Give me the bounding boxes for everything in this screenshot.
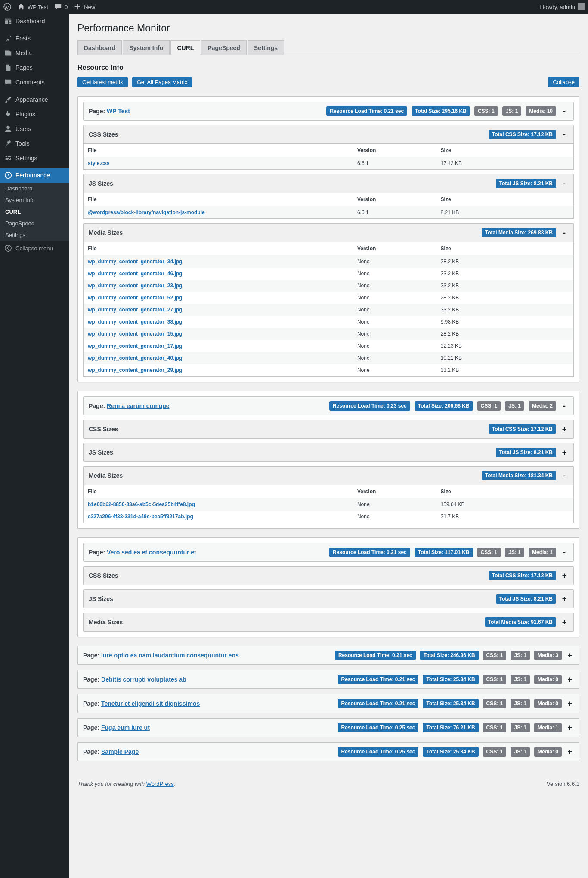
th-size: Size [436, 242, 574, 255]
collapse-all-button[interactable]: Collapse [548, 77, 579, 87]
page-link[interactable]: Debitis corrupti voluptates ab [101, 676, 186, 683]
table-row: style.css 6.6.1 17.12 KB [84, 157, 574, 170]
table-row: wp_dummy_content_generator_15.jpg None 2… [84, 328, 574, 340]
page-card: Page: Sample Page Resource Load Time: 0.… [77, 742, 579, 761]
file-link[interactable]: @wordpress/block-library/navigation-js-m… [88, 209, 205, 215]
page-link[interactable]: Vero sed ea et consequuntur et [107, 549, 196, 556]
brush-icon [4, 96, 12, 103]
section-title: JS Sizes [89, 449, 113, 456]
wordpress-link[interactable]: WordPress [146, 781, 174, 787]
info-badge: Total Size: 117.01 KB [415, 548, 473, 557]
toggle-button[interactable]: - [560, 548, 568, 557]
submenu-item-system-info[interactable]: System Info [0, 194, 69, 206]
file-link[interactable]: wp_dummy_content_generator_40.jpg [88, 355, 182, 361]
cell-version: 6.6.1 [353, 157, 436, 170]
file-link[interactable]: wp_dummy_content_generator_46.jpg [88, 271, 182, 277]
tab-curl[interactable]: CURL [170, 40, 200, 55]
toggle-button[interactable]: + [566, 675, 574, 684]
tab-settings[interactable]: Settings [248, 40, 284, 55]
menu-item-tools[interactable]: Tools [0, 136, 69, 151]
menu-item-posts[interactable]: Posts [0, 31, 69, 46]
account-link[interactable]: Howdy, admin [540, 3, 585, 10]
toggle-button[interactable]: - [560, 179, 568, 188]
menu-label: Plugins [15, 111, 35, 118]
cell-size: 32.23 KB [436, 340, 574, 352]
menu-item-comments[interactable]: Comments [0, 75, 69, 90]
page-link[interactable]: Iure optio ea nam laudantium consequuntu… [101, 652, 239, 659]
toggle-button[interactable]: + [560, 448, 568, 457]
file-link[interactable]: wp_dummy_content_generator_52.jpg [88, 295, 182, 301]
menu-item-performance[interactable]: Performance [0, 168, 69, 183]
comments-link[interactable]: 0 [54, 3, 68, 11]
info-badge: Total Size: 246.36 KB [420, 651, 479, 660]
file-link[interactable]: e327a296-4f33-331d-a49e-bea5ff3217ab.jpg [88, 514, 193, 520]
count-badge: Media: 3 [534, 651, 562, 660]
toggle-button[interactable]: + [560, 571, 568, 580]
page-link[interactable]: WP Test [107, 108, 130, 115]
page-link[interactable]: Sample Page [101, 748, 139, 755]
get-matrix-button[interactable]: Get All Pages Matrix [132, 77, 192, 87]
tab-pagespeed[interactable]: PageSpeed [201, 40, 246, 55]
file-link[interactable]: wp_dummy_content_generator_29.jpg [88, 367, 182, 373]
toggle-button[interactable]: + [566, 747, 574, 757]
submenu-item-dashboard[interactable]: Dashboard [0, 183, 69, 194]
toggle-button[interactable]: - [560, 130, 568, 139]
section-title: JS Sizes [89, 180, 113, 187]
file-link[interactable]: wp_dummy_content_generator_27.jpg [88, 307, 182, 313]
section-header: JS Sizes Total JS Size: 8.21 KB + [83, 443, 574, 462]
file-link[interactable]: b1e06b62-8850-33a6-ab5c-5dea25b4ffe8.jpg [88, 501, 195, 507]
info-badge: Resource Load Time: 0.25 sec [338, 747, 419, 757]
page-header: Page: Tenetur et eligendi sit dignissimo… [77, 694, 579, 713]
toggle-button[interactable]: + [560, 425, 568, 434]
menu-item-plugins[interactable]: Plugins [0, 107, 69, 121]
file-link[interactable]: wp_dummy_content_generator_15.jpg [88, 331, 182, 337]
resource-section: CSS Sizes Total CSS Size: 17.12 KB + [83, 566, 574, 585]
submenu-item-pagespeed[interactable]: PageSpeed [0, 218, 69, 229]
file-link[interactable]: style.css [88, 160, 110, 166]
toggle-button[interactable]: - [560, 228, 568, 237]
toggle-button[interactable]: - [560, 402, 568, 411]
toggle-button[interactable]: + [566, 723, 574, 732]
cell-version: None [353, 304, 436, 316]
menu-item-appearance[interactable]: Appearance [0, 92, 69, 107]
total-badge: Total CSS Size: 17.12 KB [489, 571, 556, 580]
menu-item-users[interactable]: Users [0, 121, 69, 136]
tab-dashboard[interactable]: Dashboard [77, 40, 122, 55]
main-content: Performance Monitor DashboardSystem Info… [69, 14, 588, 878]
file-link[interactable]: wp_dummy_content_generator_23.jpg [88, 283, 182, 289]
submenu-item-settings[interactable]: Settings [0, 229, 69, 241]
file-link[interactable]: wp_dummy_content_generator_38.jpg [88, 319, 182, 325]
collapse-menu-button[interactable]: Collapse menu [0, 241, 69, 255]
th-version: Version [353, 485, 436, 498]
toggle-button[interactable]: - [560, 107, 568, 116]
menu-item-pages[interactable]: Pages [0, 60, 69, 75]
new-content-link[interactable]: New [74, 3, 95, 11]
site-name-link[interactable]: WP Test [17, 3, 48, 11]
submenu-item-curl[interactable]: CURL [0, 206, 69, 218]
menu-item-media[interactable]: Media [0, 46, 69, 60]
count-badge: Media: 2 [529, 401, 556, 411]
menu-item-dashboard[interactable]: Dashboard [0, 14, 69, 28]
file-link[interactable]: wp_dummy_content_generator_17.jpg [88, 343, 182, 349]
toggle-button[interactable]: - [560, 471, 568, 480]
resource-section: Media Sizes Total Media Size: 269.83 KB … [83, 223, 574, 377]
table-row: @wordpress/block-library/navigation-js-m… [84, 206, 574, 219]
page-link[interactable]: Fuga eum iure ut [101, 724, 150, 731]
toggle-button[interactable]: + [560, 618, 568, 627]
toggle-button[interactable]: + [566, 699, 574, 708]
menu-label: Settings [15, 155, 37, 162]
plug-icon [4, 110, 12, 118]
get-latest-button[interactable]: Get latest metrix [77, 77, 128, 87]
toggle-button[interactable]: + [560, 595, 568, 604]
cell-version: None [353, 316, 436, 328]
page-link[interactable]: Rem a earum cumque [107, 402, 170, 409]
page-card: Page: Tenetur et eligendi sit dignissimo… [77, 694, 579, 713]
total-badge: Total Media Size: 269.83 KB [482, 228, 556, 237]
page-link[interactable]: Tenetur et eligendi sit dignissimos [101, 700, 200, 707]
tab-system-info[interactable]: System Info [123, 40, 170, 55]
plus-icon [74, 3, 81, 11]
file-link[interactable]: wp_dummy_content_generator_34.jpg [88, 258, 182, 265]
wp-logo[interactable] [3, 3, 11, 11]
toggle-button[interactable]: + [566, 651, 574, 660]
menu-item-settings[interactable]: Settings [0, 151, 69, 165]
